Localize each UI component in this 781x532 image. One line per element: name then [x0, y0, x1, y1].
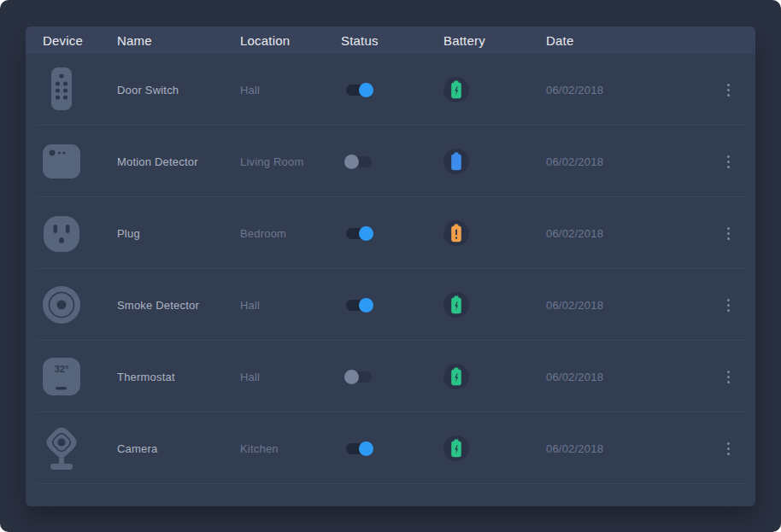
battery-green-charging-icon [443, 364, 469, 389]
device-location: Hall [240, 371, 341, 383]
table-row: Smoke Detector Hall 06/02/2018 [26, 269, 755, 341]
device-date: 06/02/2018 [546, 371, 708, 383]
device-name: Door Switch [117, 84, 240, 96]
device-location: Hall [240, 299, 341, 312]
column-header-battery: Battery [443, 33, 546, 48]
table-row: 32° Thermostat Hall 06/02/2018 [26, 341, 755, 412]
row-menu-kebab-icon[interactable] [724, 152, 733, 172]
smoke-detector-icon [43, 282, 80, 328]
row-menu-kebab-icon[interactable] [724, 439, 733, 459]
toggle-knob [359, 226, 373, 241]
remote-icon [43, 67, 80, 113]
device-location: Bedroom [240, 227, 341, 240]
row-menu-kebab-icon[interactable] [724, 224, 733, 243]
device-name: Smoke Detector [117, 299, 240, 312]
device-location: Kitchen [240, 442, 341, 455]
column-header-date: Date [546, 33, 708, 48]
battery-orange-warning-icon [443, 220, 469, 246]
toggle-knob [359, 83, 373, 97]
device-name: Motion Detector [117, 155, 240, 168]
table-body: Door Switch Hall 06/02/2018 Motion Detec… [26, 54, 755, 484]
device-name: Camera [117, 442, 240, 455]
table-row: Motion Detector Living Room 06/02/2018 [26, 126, 755, 197]
toggle-knob [344, 155, 359, 169]
table-row: Door Switch Hall 06/02/2018 [26, 54, 755, 126]
status-toggle[interactable] [346, 228, 372, 239]
table-header: Device Name Location Status Battery Date [26, 26, 755, 54]
table-row: Camera Kitchen 06/02/2018 [26, 412, 755, 484]
device-date: 06/02/2018 [546, 442, 708, 455]
table-row: Plug Bedroom 06/02/2018 [26, 197, 755, 269]
plug-icon [43, 210, 80, 256]
device-date: 06/02/2018 [546, 227, 708, 240]
svg-text:32°: 32° [55, 364, 69, 374]
battery-blue-full-icon [443, 149, 469, 174]
device-location: Living Room [240, 155, 341, 168]
status-toggle[interactable] [346, 156, 372, 167]
device-date: 06/02/2018 [546, 84, 708, 96]
row-menu-kebab-icon[interactable] [724, 367, 733, 387]
toggle-knob [344, 370, 359, 384]
toggle-knob [359, 298, 373, 313]
column-header-name: Name [117, 33, 240, 48]
thermostat-icon: 32° [43, 354, 80, 400]
device-location: Hall [240, 84, 341, 96]
row-menu-kebab-icon[interactable] [724, 80, 733, 100]
battery-green-charging-icon [443, 77, 469, 102]
row-menu-kebab-icon[interactable] [724, 295, 733, 315]
app-background: Device Name Location Status Battery Date… [0, 0, 781, 532]
device-date: 06/02/2018 [546, 299, 708, 312]
status-toggle[interactable] [346, 300, 372, 311]
camera-icon [43, 425, 80, 471]
column-header-location: Location [240, 33, 341, 48]
device-name: Thermostat [117, 371, 240, 383]
status-toggle[interactable] [346, 85, 372, 96]
battery-green-charging-icon [443, 436, 469, 461]
status-toggle[interactable] [346, 443, 372, 454]
column-header-status: Status [341, 33, 443, 48]
device-date: 06/02/2018 [546, 155, 708, 168]
toggle-knob [359, 441, 373, 456]
devices-table: Device Name Location Status Battery Date… [26, 26, 755, 506]
status-toggle[interactable] [346, 371, 372, 383]
column-header-device: Device [43, 33, 117, 48]
motion-detector-icon [43, 138, 80, 184]
battery-green-charging-icon [443, 292, 469, 318]
device-name: Plug [117, 227, 240, 240]
